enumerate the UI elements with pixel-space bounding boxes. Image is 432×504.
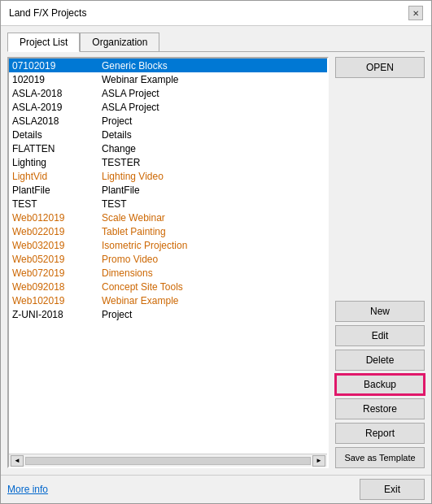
open-button[interactable]: OPEN bbox=[335, 57, 425, 78]
project-description: TEST bbox=[98, 198, 327, 211]
more-info-link[interactable]: More info bbox=[7, 484, 48, 495]
title-bar: Land F/X Projects ✕ bbox=[1, 1, 431, 26]
new-button[interactable]: New bbox=[335, 301, 425, 322]
table-row[interactable]: ASLA-2018ASLA Project bbox=[9, 86, 327, 100]
save-as-template-button[interactable]: Save as Template bbox=[335, 447, 425, 468]
project-description: Tablet Painting bbox=[98, 225, 327, 238]
project-name: TEST bbox=[9, 198, 98, 211]
project-description: Change bbox=[98, 142, 327, 155]
project-name: Web052019 bbox=[9, 253, 98, 266]
project-description: Dimensions bbox=[98, 267, 327, 280]
project-description: Generic Blocks bbox=[98, 59, 327, 72]
table-row[interactable]: Web022019Tablet Painting bbox=[9, 224, 327, 238]
tab-bar: Project List Organization bbox=[7, 33, 425, 52]
project-name: Web072019 bbox=[9, 267, 98, 280]
horizontal-scrollbar: ◄ ► bbox=[9, 454, 327, 467]
project-description: TESTER bbox=[98, 156, 327, 169]
main-area: 07102019Generic Blocks102019Webinar Exam… bbox=[7, 57, 425, 468]
window-title: Land F/X Projects bbox=[9, 7, 86, 19]
project-name: PlantFile bbox=[9, 184, 98, 197]
project-description: PlantFile bbox=[98, 184, 327, 197]
content-area: Project List Organization 07102019Generi… bbox=[1, 26, 431, 475]
table-row[interactable]: ASLA2018Project bbox=[9, 114, 327, 128]
project-name: Z-UNI-2018 bbox=[9, 308, 98, 321]
bottom-bar: More info Exit bbox=[1, 475, 431, 503]
edit-button[interactable]: Edit bbox=[335, 325, 425, 346]
table-row[interactable]: LightVidLighting Video bbox=[9, 169, 327, 183]
project-description: Scale Webinar bbox=[98, 211, 327, 224]
table-row[interactable]: Web102019Webinar Example bbox=[9, 293, 327, 307]
project-name: ASLA-2019 bbox=[9, 101, 98, 114]
project-description: Webinar Example bbox=[98, 294, 327, 307]
project-description: Webinar Example bbox=[98, 73, 327, 86]
project-name: Web022019 bbox=[9, 225, 98, 238]
scroll-right-arrow[interactable]: ► bbox=[312, 455, 325, 467]
project-name: ASLA-2018 bbox=[9, 87, 98, 100]
table-row[interactable]: Web072019Dimensions bbox=[9, 266, 327, 280]
main-window: Land F/X Projects ✕ Project List Organiz… bbox=[0, 0, 432, 504]
project-name: Web092018 bbox=[9, 280, 98, 293]
table-row[interactable]: 102019Webinar Example bbox=[9, 72, 327, 86]
project-name: Lighting bbox=[9, 156, 98, 169]
project-name: Details bbox=[9, 128, 98, 141]
table-row[interactable]: ASLA-2019ASLA Project bbox=[9, 100, 327, 114]
table-row[interactable]: Web032019Isometric Projection bbox=[9, 238, 327, 252]
project-name: FLATTEN bbox=[9, 142, 98, 155]
table-row[interactable]: Web092018Concept Site Tools bbox=[9, 280, 327, 293]
project-description: Isometric Projection bbox=[98, 239, 327, 252]
project-description: Details bbox=[98, 128, 327, 141]
close-button[interactable]: ✕ bbox=[408, 6, 423, 20]
project-name: Web102019 bbox=[9, 294, 98, 307]
project-name: Web032019 bbox=[9, 239, 98, 252]
table-row[interactable]: 07102019Generic Blocks bbox=[9, 59, 327, 72]
table-row[interactable]: TESTTEST bbox=[9, 197, 327, 211]
project-list-container: 07102019Generic Blocks102019Webinar Exam… bbox=[7, 57, 329, 468]
table-row[interactable]: Web012019Scale Webinar bbox=[9, 211, 327, 224]
scroll-left-arrow[interactable]: ◄ bbox=[11, 455, 24, 467]
report-button[interactable]: Report bbox=[335, 423, 425, 444]
table-row[interactable]: LightingTESTER bbox=[9, 155, 327, 169]
delete-button[interactable]: Delete bbox=[335, 350, 425, 371]
project-list-scroll[interactable]: 07102019Generic Blocks102019Webinar Exam… bbox=[9, 59, 327, 454]
project-description: Lighting Video bbox=[98, 170, 327, 183]
buttons-column: OPEN New Edit Delete Backup Restore Repo… bbox=[335, 57, 425, 468]
table-row[interactable]: Z-UNI-2018Project bbox=[9, 307, 327, 321]
project-description: Promo Video bbox=[98, 253, 327, 266]
project-description: Concept Site Tools bbox=[98, 280, 327, 293]
table-row[interactable]: PlantFilePlantFile bbox=[9, 183, 327, 197]
table-row[interactable]: FLATTENChange bbox=[9, 141, 327, 155]
project-name: 07102019 bbox=[9, 59, 98, 72]
tab-organization[interactable]: Organization bbox=[80, 33, 159, 51]
backup-button[interactable]: Backup bbox=[335, 374, 425, 395]
project-description: Project bbox=[98, 115, 327, 128]
project-name: 102019 bbox=[9, 73, 98, 86]
tab-project-list[interactable]: Project List bbox=[7, 33, 80, 52]
project-description: ASLA Project bbox=[98, 101, 327, 114]
project-name: LightVid bbox=[9, 170, 98, 183]
restore-button[interactable]: Restore bbox=[335, 398, 425, 419]
table-row[interactable]: DetailsDetails bbox=[9, 128, 327, 141]
exit-button[interactable]: Exit bbox=[360, 479, 425, 500]
project-name: Web012019 bbox=[9, 211, 98, 224]
project-name: ASLA2018 bbox=[9, 115, 98, 128]
project-description: ASLA Project bbox=[98, 87, 327, 100]
table-row[interactable]: Web052019Promo Video bbox=[9, 252, 327, 266]
project-description: Project bbox=[98, 308, 327, 321]
scroll-track[interactable] bbox=[25, 457, 311, 465]
